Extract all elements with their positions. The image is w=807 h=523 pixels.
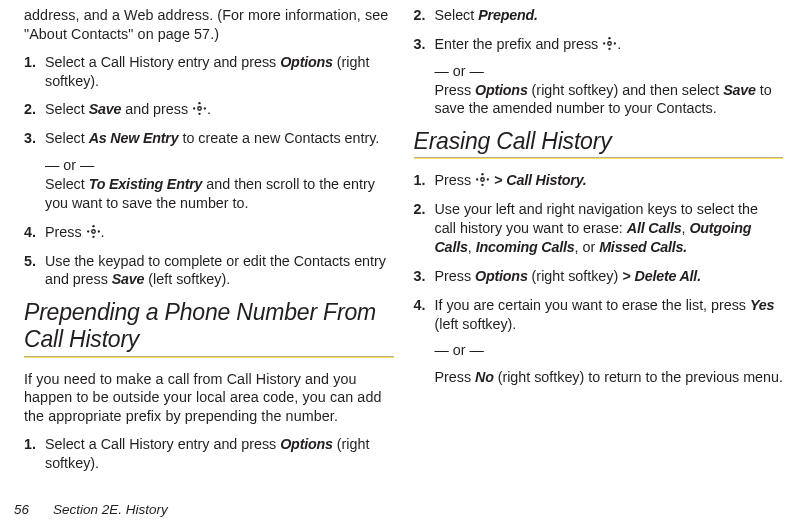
text: (right softkey) <box>528 268 623 284</box>
text: If you are certain you want to erase the… <box>435 297 750 313</box>
step-text: Press > Call History. <box>435 171 784 190</box>
delete-all-label: Delete All. <box>635 268 701 284</box>
step-number: 3. <box>24 129 45 212</box>
step-text: Select As New Entry to create a new Cont… <box>45 129 394 212</box>
step-text: Enter the prefix and press . — or — Pres… <box>435 35 784 118</box>
text: Enter the prefix and press <box>435 36 603 52</box>
list-item: 1. Select a Call History entry and press… <box>24 435 394 473</box>
text: (right softkey) and then select <box>528 82 724 98</box>
list-item: 4. Press . <box>24 223 394 242</box>
ordered-list: 1. Press > Call History. 2. Use your lef… <box>414 171 784 387</box>
or-line: — or — <box>435 62 784 81</box>
missed-calls-label: Missed Calls. <box>599 239 687 255</box>
center-key-icon <box>602 36 617 51</box>
heading-rule <box>414 157 784 159</box>
list-item: 4. If you are certain you want to erase … <box>414 296 784 387</box>
save-label: Save <box>723 82 756 98</box>
text: Press <box>435 369 476 385</box>
step-number: 2. <box>414 6 435 25</box>
step-number: 3. <box>414 35 435 118</box>
list-item: 3. Select As New Entry to create a new C… <box>24 129 394 212</box>
text: , <box>468 239 476 255</box>
text: Select <box>45 101 89 117</box>
step-number: 4. <box>24 223 45 242</box>
center-key-icon <box>475 172 490 187</box>
text: Select <box>45 176 89 192</box>
options-label: Options <box>475 268 528 284</box>
page-number: 56 <box>14 502 29 517</box>
step-number: 5. <box>24 252 45 290</box>
paragraph: address, and a Web address. (For more in… <box>24 6 394 44</box>
step-number: 1. <box>24 435 45 473</box>
text: to create a new Contacts entry. <box>178 130 379 146</box>
section-label: Section 2E. History <box>53 502 168 517</box>
all-calls-label: All Calls <box>627 220 682 236</box>
text: (left softkey). <box>435 316 517 332</box>
options-label: Options <box>475 82 528 98</box>
list-item: 3. Enter the prefix and press . — or — P… <box>414 35 784 118</box>
text: Press <box>435 172 476 188</box>
prepend-label: Prepend. <box>478 7 538 23</box>
text: . <box>617 36 621 52</box>
no-label: No <box>475 369 494 385</box>
save-label: Save <box>89 101 122 117</box>
text: . <box>207 101 211 117</box>
options-label: Options <box>280 436 333 452</box>
text: . <box>101 224 105 240</box>
center-key-icon <box>192 101 207 116</box>
text: (right softkey) to return to the previou… <box>494 369 783 385</box>
call-history-label: Call History. <box>506 172 586 188</box>
step-number: 2. <box>24 100 45 119</box>
heading-rule <box>24 356 394 358</box>
page-footer: 56Section 2E. History <box>14 502 168 517</box>
step-text: Select Save and press . <box>45 100 394 119</box>
step-number: 1. <box>414 171 435 190</box>
paragraph: If you need to make a call from Call His… <box>24 370 394 427</box>
step-number: 3. <box>414 267 435 286</box>
list-item: 5. Use the keypad to complete or edit th… <box>24 252 394 290</box>
ordered-list: 2. Select Prepend. 3. Enter the prefix a… <box>414 6 784 118</box>
ordered-list: 1. Select a Call History entry and press… <box>24 53 394 290</box>
text: Select a Call History entry and press <box>45 54 280 70</box>
list-item: 1. Press > Call History. <box>414 171 784 190</box>
text: Select <box>435 7 479 23</box>
step-text: Use your left and right navigation keys … <box>435 200 784 257</box>
text: Press <box>45 224 86 240</box>
or-line: — or — <box>435 341 784 360</box>
text: Select a Call History entry and press <box>45 436 280 452</box>
text: and press <box>121 101 192 117</box>
heading-line: Call History <box>24 326 139 352</box>
step-text: Press . <box>45 223 394 242</box>
step-number: 4. <box>414 296 435 387</box>
step-text: Select a Call History entry and press Op… <box>45 53 394 91</box>
step-text: If you are certain you want to erase the… <box>435 296 784 387</box>
left-column: address, and a Web address. (For more in… <box>14 6 404 523</box>
sub-text: Select To Existing Entry and then scroll… <box>45 175 394 213</box>
or-line: — or — <box>45 156 394 175</box>
text: Press <box>435 268 476 284</box>
step-text: Select Prepend. <box>435 6 784 25</box>
as-new-entry-label: As New Entry <box>89 130 179 146</box>
options-label: Options <box>280 54 333 70</box>
list-item: 1. Select a Call History entry and press… <box>24 53 394 91</box>
to-existing-entry-label: To Existing Entry <box>89 176 203 192</box>
ordered-list: 1. Select a Call History entry and press… <box>24 435 394 473</box>
yes-label: Yes <box>750 297 774 313</box>
text: , or <box>575 239 600 255</box>
save-label: Save <box>112 271 145 287</box>
breadcrumb-separator: > <box>490 172 506 188</box>
page: address, and a Web address. (For more in… <box>0 0 807 523</box>
text: Press <box>435 82 476 98</box>
list-item: 3. Press Options (right softkey) > Delet… <box>414 267 784 286</box>
step-text: Press Options (right softkey) > Delete A… <box>435 267 784 286</box>
list-item: 2. Use your left and right navigation ke… <box>414 200 784 257</box>
right-column: 2. Select Prepend. 3. Enter the prefix a… <box>404 6 794 523</box>
heading-line: Prepending a Phone Number From <box>24 299 376 325</box>
center-key-icon <box>86 224 101 239</box>
list-item: 2. Select Prepend. <box>414 6 784 25</box>
incoming-calls-label: Incoming Calls <box>476 239 575 255</box>
list-item: 2. Select Save and press . <box>24 100 394 119</box>
sub-text: Press Options (right softkey) and then s… <box>435 81 784 119</box>
section-heading: Prepending a Phone Number From Call Hist… <box>24 299 394 353</box>
sub-text: Press No (right softkey) to return to th… <box>435 368 784 387</box>
